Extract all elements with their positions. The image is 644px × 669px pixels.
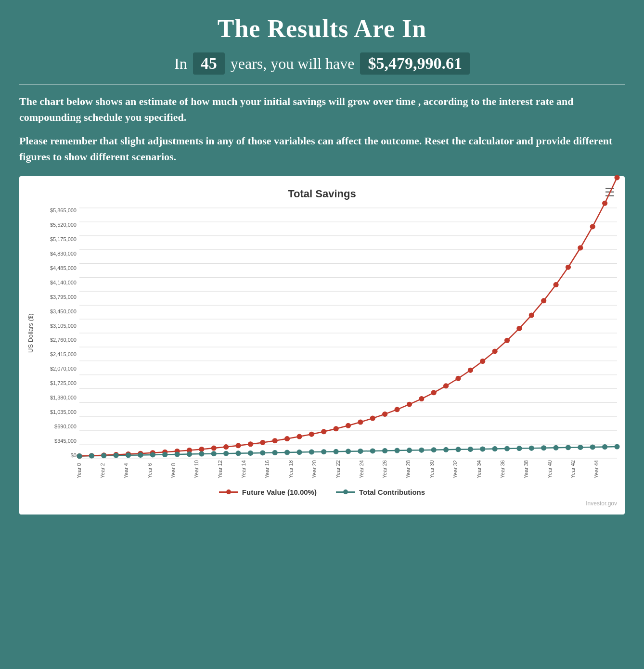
y-axis-tick: $4,485,000 (50, 266, 77, 271)
svg-point-49 (211, 446, 216, 450)
y-axis-tick: $3,450,000 (50, 309, 77, 314)
svg-point-105 (346, 449, 350, 454)
svg-point-70 (468, 368, 473, 373)
legend-label-contributions: Total Contributions (359, 488, 425, 496)
svg-point-100 (284, 450, 289, 455)
svg-point-63 (383, 412, 387, 416)
y-axis-tick: $3,795,000 (50, 295, 77, 300)
svg-point-95 (224, 451, 229, 456)
x-axis-tick: Year 4 (123, 460, 147, 478)
svg-point-99 (272, 450, 277, 455)
subtitle-mid: years, you will have (231, 55, 355, 73)
y-axis-tick: $1,380,000 (50, 395, 77, 400)
svg-point-52 (248, 442, 253, 447)
y-axis-tick: $0 (71, 453, 77, 458)
x-axis-tick: Year 6 (147, 460, 170, 478)
svg-point-97 (248, 450, 253, 455)
svg-point-86 (114, 453, 118, 458)
svg-point-82 (615, 175, 619, 180)
x-axis-tick: Year 42 (570, 460, 593, 478)
x-axis-tick: Year 22 (335, 460, 359, 478)
y-axis-tick: $2,070,000 (50, 366, 77, 372)
chart-title: Total Savings (27, 188, 617, 200)
svg-point-113 (444, 447, 449, 452)
legend-line-teal (336, 491, 355, 493)
chart-area: US Dollars ($) $5,865,000$5,520,000$5,17… (27, 208, 617, 458)
chart-svg-proper (79, 208, 617, 458)
svg-point-123 (566, 445, 570, 450)
y-axis-tick: $5,865,000 (50, 208, 77, 213)
svg-point-51 (236, 443, 241, 448)
y-axis-tick: $345,000 (54, 438, 77, 444)
chart-container: Total Savings ☰ US Dollars ($) $5,865,00… (19, 176, 625, 515)
y-axis-tick: $2,415,000 (50, 352, 77, 357)
svg-point-78 (566, 265, 570, 270)
svg-point-116 (480, 447, 485, 451)
x-axis-tick: Year 24 (359, 460, 382, 478)
x-axis-tick: Year 36 (500, 460, 523, 478)
y-axis-tick: $1,035,000 (50, 410, 77, 415)
x-axis-tick: Year 20 (311, 460, 335, 478)
svg-point-68 (444, 384, 449, 388)
svg-point-115 (468, 447, 473, 451)
chart-legend: Future Value (10.00%) Total Contribution… (27, 488, 617, 496)
svg-point-126 (603, 445, 607, 450)
legend-item-future-value: Future Value (10.00%) (219, 488, 317, 496)
subtitle-pre: In (174, 55, 187, 73)
svg-point-101 (297, 450, 302, 455)
svg-point-127 (615, 444, 619, 449)
svg-point-109 (395, 448, 399, 453)
total-value-highlight: $5,479,990.61 (360, 52, 470, 75)
svg-point-77 (554, 283, 558, 287)
svg-point-107 (370, 449, 375, 453)
y-axis-tick: $690,000 (54, 424, 77, 429)
y-axis: $5,865,000$5,520,000$5,175,000$4,830,000… (36, 208, 79, 458)
svg-point-73 (504, 338, 509, 343)
svg-point-56 (297, 434, 302, 439)
chart-plot (79, 208, 617, 458)
x-axis-tick: Year 2 (100, 460, 123, 478)
svg-point-79 (578, 245, 583, 250)
x-axis-tick: Year 12 (217, 460, 241, 478)
svg-point-75 (529, 313, 534, 318)
svg-point-57 (309, 432, 314, 437)
svg-point-112 (431, 448, 436, 452)
svg-point-121 (541, 446, 546, 450)
x-axis-tick: Year 30 (429, 460, 452, 478)
svg-point-118 (504, 446, 509, 451)
x-axis-tick: Year 32 (452, 460, 476, 478)
svg-point-67 (431, 390, 436, 395)
svg-point-60 (346, 423, 350, 428)
y-axis-tick: $1,725,000 (50, 381, 77, 386)
svg-point-62 (370, 416, 375, 421)
svg-point-65 (407, 402, 412, 407)
svg-point-108 (383, 449, 387, 453)
x-axis-tick: Year 14 (241, 460, 264, 478)
svg-point-74 (517, 326, 522, 331)
svg-point-85 (102, 453, 106, 458)
y-axis-tick: $4,830,000 (50, 251, 77, 257)
legend-line-red (219, 491, 238, 493)
x-axis-tick: Year 8 (170, 460, 194, 478)
svg-point-88 (138, 452, 143, 457)
x-axis-tick: Year 34 (476, 460, 500, 478)
x-axis-labels: Year 0Year 2Year 4Year 6Year 8Year 10Yea… (27, 460, 617, 478)
svg-point-103 (322, 450, 326, 454)
svg-point-111 (419, 448, 424, 452)
x-axis-tick: Year 40 (547, 460, 570, 478)
svg-point-66 (419, 397, 424, 401)
svg-point-61 (358, 420, 363, 425)
x-axis-tick: Year 38 (523, 460, 547, 478)
investor-credit: Investor.gov (27, 500, 617, 507)
svg-point-102 (309, 450, 314, 454)
subtitle-row: In 45 years, you will have $5,479,990.61 (19, 52, 625, 75)
svg-point-64 (395, 407, 399, 412)
y-axis-tick: $2,760,000 (50, 337, 77, 343)
x-axis-tick: Year 10 (193, 460, 217, 478)
svg-point-104 (334, 449, 338, 454)
svg-point-98 (260, 450, 265, 455)
svg-point-114 (456, 447, 461, 452)
x-axis-tick: Year 26 (382, 460, 405, 478)
svg-point-83 (77, 454, 82, 459)
svg-point-48 (199, 447, 204, 451)
